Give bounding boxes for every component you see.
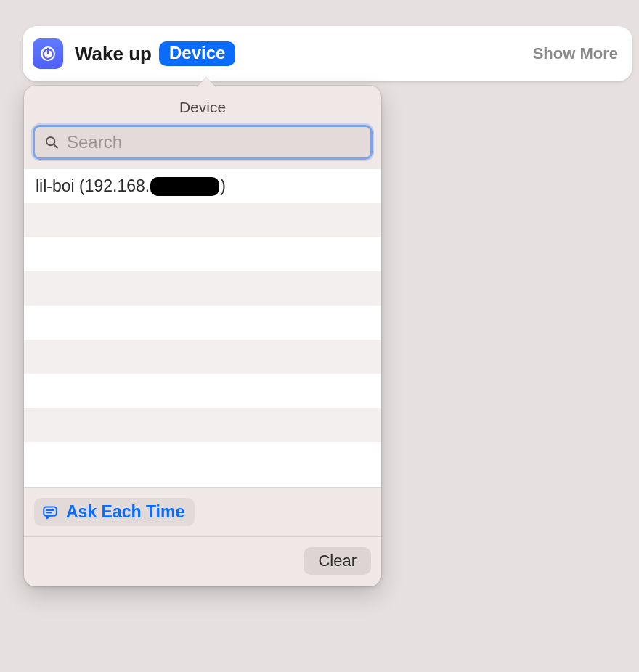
show-more-button[interactable]: Show More <box>533 44 618 63</box>
list-item[interactable]: lil-boi (192.168.) <box>24 169 381 203</box>
param-badge-device[interactable]: Device <box>159 41 235 67</box>
device-list: lil-boi (192.168.) <box>24 168 381 487</box>
redacted-ip <box>150 177 219 196</box>
device-name: lil-boi (192.168. <box>36 176 150 196</box>
popover-footer: Clear <box>24 536 381 586</box>
list-item <box>24 306 381 340</box>
list-item <box>24 408 381 442</box>
search-input[interactable] <box>67 132 362 152</box>
popover-arrow <box>197 77 216 87</box>
list-item <box>24 442 381 476</box>
list-item <box>24 237 381 271</box>
svg-line-2 <box>54 144 57 148</box>
ask-each-time-bar: Ask Each Time <box>24 487 381 536</box>
svg-rect-3 <box>44 507 57 515</box>
search-field[interactable] <box>33 125 373 160</box>
search-wrap <box>24 125 381 168</box>
ask-each-time-label: Ask Each Time <box>66 502 184 522</box>
list-item <box>24 271 381 306</box>
action-label: Wake up <box>75 43 152 65</box>
clear-button[interactable]: Clear <box>304 547 371 575</box>
device-picker-popover: Device lil-boi (192.168.) Ask Each Time … <box>24 86 381 586</box>
ask-each-time-button[interactable]: Ask Each Time <box>34 498 195 526</box>
list-item <box>24 374 381 408</box>
ask-each-time-icon <box>41 504 59 521</box>
list-item <box>24 340 381 374</box>
action-card: Wake up Device Show More <box>23 26 632 81</box>
power-icon <box>38 44 57 63</box>
popover-title: Device <box>24 86 381 125</box>
action-app-icon <box>33 38 63 69</box>
search-icon <box>44 134 60 150</box>
list-item <box>24 203 381 237</box>
